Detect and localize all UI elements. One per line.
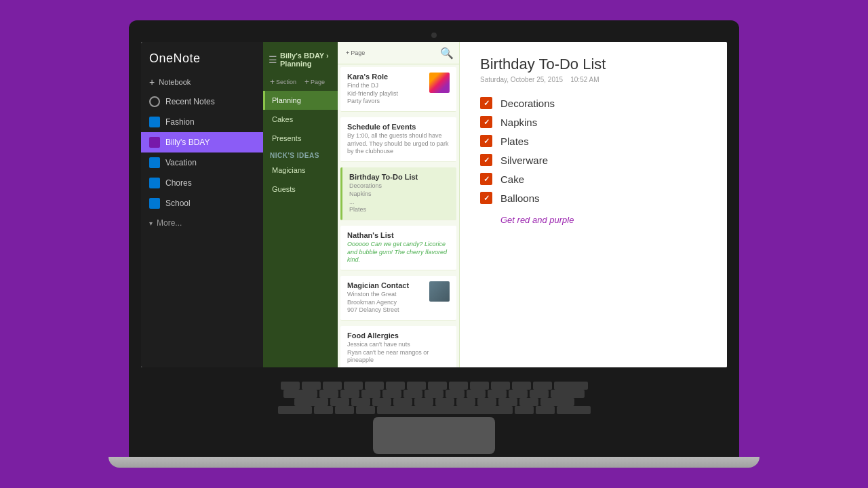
key	[407, 382, 426, 390]
plus-icon: +	[149, 77, 155, 87]
todo-checkbox-decorations[interactable]	[480, 97, 492, 109]
todo-item-plates: Plates	[480, 135, 707, 147]
todo-label-plates: Plates	[500, 136, 529, 147]
key	[467, 390, 486, 398]
space-key	[377, 406, 513, 414]
sidebar-item-recent-notes[interactable]: Recent Notes	[141, 92, 263, 112]
todo-checkbox-napkins[interactable]	[480, 116, 492, 128]
collapse-icon: ▾	[149, 220, 153, 227]
todo-label-napkins: Napkins	[500, 117, 537, 128]
key	[281, 382, 300, 390]
todo-checkbox-silverware[interactable]	[480, 154, 492, 166]
key	[319, 390, 338, 398]
pages-panel: + Page 🔍 Kara's Role Find the DJKid-frie…	[338, 42, 460, 367]
laptop-camera	[431, 33, 437, 38]
key	[470, 382, 489, 390]
key	[330, 398, 349, 406]
section-item-cakes[interactable]: Cakes	[263, 110, 338, 129]
key	[557, 406, 591, 414]
main-content: Birthday To-Do List Saturday, October 25…	[460, 42, 727, 367]
key	[393, 398, 412, 406]
key	[519, 398, 538, 406]
laptop-bottom	[108, 457, 760, 468]
key	[512, 382, 531, 390]
section-label-planning: Planning	[272, 96, 301, 104]
sidebar-label-recent-notes: Recent Notes	[165, 97, 215, 106]
key	[382, 390, 401, 398]
sidebar-item-billys-bday[interactable]: Billy's BDAY	[141, 132, 263, 152]
school-icon	[149, 198, 160, 209]
page-card-magician-contact[interactable]: Magician Contact Winston the GreatBrookm…	[340, 276, 456, 321]
section-divider: NICK'S IDEAS	[263, 148, 338, 161]
search-button[interactable]: 🔍	[440, 46, 454, 60]
key	[515, 406, 534, 414]
page-card-birthday-todo[interactable]: Birthday To-Do List DecorationsNapkins..…	[340, 167, 456, 220]
nathans-list-title: Nathan's List	[347, 231, 450, 239]
sidebar-item-chores[interactable]: Chores	[141, 173, 263, 193]
todo-item-decorations: Decorations	[480, 97, 707, 109]
laptop-screen: OneNote + Notebook Recent Notes Fashion	[141, 42, 727, 367]
key	[551, 390, 585, 398]
trackpad[interactable]	[373, 417, 495, 454]
fashion-icon	[149, 117, 160, 127]
birthday-todo-title: Birthday To-Do List	[349, 173, 450, 181]
key	[540, 398, 574, 406]
laptop-shell: OneNote + Notebook Recent Notes Fashion	[108, 20, 760, 468]
key	[351, 398, 370, 406]
sidebar-item-vacation[interactable]: Vacation	[141, 152, 263, 173]
chores-icon	[149, 178, 160, 188]
todo-checkbox-balloons[interactable]	[480, 192, 492, 204]
key	[509, 390, 528, 398]
key	[361, 390, 380, 398]
section-label-magicians: Magicians	[272, 166, 306, 174]
note-annotation: Get red and purple	[500, 215, 707, 225]
section-item-guests[interactable]: Guests	[263, 180, 338, 199]
vacation-icon	[149, 157, 160, 168]
add-section-button[interactable]: + Section	[267, 76, 299, 88]
keyboard-row-2	[142, 390, 726, 398]
page-card-nathans-list[interactable]: Nathan's List Oooooo Can we get candy? L…	[340, 226, 456, 270]
key	[533, 382, 552, 390]
notebook-path: Billy's BDAY › Planning	[280, 52, 332, 68]
add-section-label: Section	[276, 79, 296, 85]
magician-thumb	[429, 281, 450, 302]
sidebar-more[interactable]: ▾ More...	[141, 214, 263, 232]
todo-label-balloons: Balloons	[500, 192, 540, 204]
key	[554, 382, 588, 390]
add-page-button[interactable]: + Page	[302, 76, 328, 88]
key	[344, 382, 363, 390]
section-item-magicians[interactable]: Magicians	[263, 161, 338, 180]
sidebar-item-fashion[interactable]: Fashion	[141, 112, 263, 132]
key	[372, 398, 391, 406]
key	[414, 398, 433, 406]
todo-item-silverware: Silverware	[480, 154, 707, 166]
key	[435, 398, 454, 406]
key	[323, 382, 342, 390]
add-notebook-button[interactable]: + Notebook	[141, 73, 263, 92]
key	[428, 382, 447, 390]
onenote-app: OneNote + Notebook Recent Notes Fashion	[141, 42, 727, 367]
todo-list: Decorations Napkins Plates Silverwa	[480, 97, 707, 204]
key	[283, 390, 317, 398]
key	[536, 406, 555, 414]
key	[302, 382, 321, 390]
todo-checkbox-cake[interactable]	[480, 173, 492, 185]
page-card-food-allergies[interactable]: Food Allergies Jessica can't have nutsRy…	[340, 326, 456, 367]
section-item-presents[interactable]: Presents	[263, 129, 338, 148]
sidebar-label-fashion: Fashion	[165, 117, 195, 127]
add-page-toolbar-button[interactable]: + Page	[343, 48, 368, 58]
page-card-schedule[interactable]: Schedule of Events By 1:00, all the gues…	[340, 117, 456, 162]
key	[498, 398, 517, 406]
sidebar-label-billys-bday: Billy's BDAY	[165, 138, 210, 147]
key	[335, 406, 354, 414]
schedule-title: Schedule of Events	[347, 123, 450, 131]
todo-checkbox-plates[interactable]	[480, 135, 492, 147]
todo-item-balloons: Balloons	[480, 192, 707, 204]
section-item-planning[interactable]: Planning	[263, 91, 338, 110]
page-card-karas-role[interactable]: Kara's Role Find the DJKid-friendly play…	[340, 67, 456, 112]
keyboard-row-1	[142, 382, 726, 390]
sidebar-item-school[interactable]: School	[141, 193, 263, 214]
add-section-plus-icon: +	[270, 77, 275, 87]
menu-icon: ☰	[269, 54, 277, 65]
section-list: Planning Cakes Presents NICK'S IDEAS Mag…	[263, 91, 338, 367]
